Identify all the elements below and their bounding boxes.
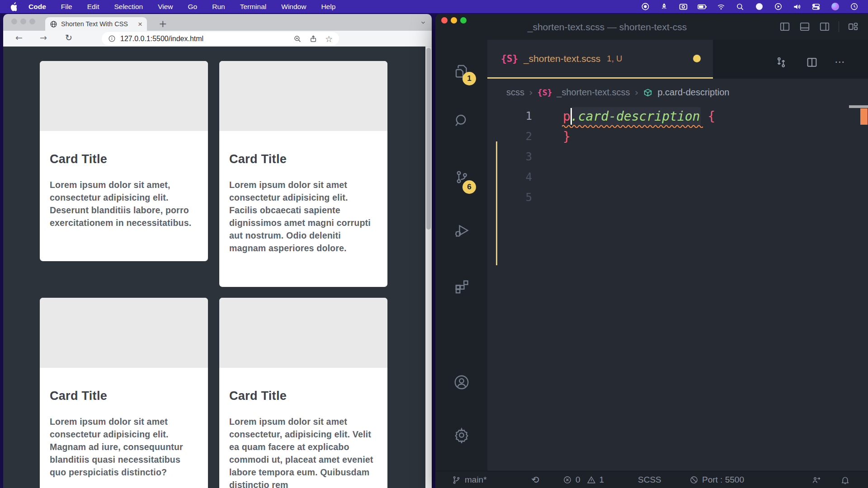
toggle-panel-icon[interactable] bbox=[799, 21, 811, 33]
share-icon[interactable] bbox=[309, 35, 317, 43]
clock-icon[interactable] bbox=[849, 2, 859, 12]
battery-icon[interactable] bbox=[697, 2, 707, 12]
chrome-window: Shorten Text With CSS × + ← → ↻ 127.0.0.… bbox=[3, 14, 432, 488]
menu-help[interactable]: Help bbox=[321, 3, 335, 11]
line-number: 5 bbox=[487, 188, 532, 208]
menu-terminal[interactable]: Terminal bbox=[240, 3, 267, 11]
bookmark-star-icon[interactable]: ☆ bbox=[325, 34, 333, 44]
reload-button[interactable]: ↻ bbox=[63, 33, 75, 42]
vscode-window: _shorten-text.scss — shorten-text-css 1 … bbox=[435, 14, 868, 488]
code-line-2[interactable]: } bbox=[563, 127, 571, 147]
spotlight-icon[interactable] bbox=[735, 2, 745, 12]
chevron-right-icon: › bbox=[529, 87, 533, 98]
scrollbar-thumb[interactable] bbox=[426, 48, 431, 230]
feedback-icon[interactable] bbox=[811, 471, 821, 488]
scrollbar-shadow bbox=[849, 105, 868, 108]
menu-go[interactable]: Go bbox=[188, 3, 198, 11]
card: Card Title Lorem ipsum dolor sit amet co… bbox=[219, 298, 387, 488]
line-number: 2 bbox=[487, 127, 532, 147]
card-description: Lorem ipsum dolor sit amet consectetur, … bbox=[229, 415, 376, 488]
macos-menu-bar: Code File Edit Selection View Go Run Ter… bbox=[0, 0, 868, 13]
sync-icon[interactable]: ⟲ bbox=[531, 471, 539, 488]
back-button[interactable]: ← bbox=[13, 33, 25, 42]
zoom-window-button[interactable] bbox=[29, 19, 35, 24]
breadcrumb-folder[interactable]: scss bbox=[506, 87, 524, 98]
page-scrollbar[interactable] bbox=[425, 47, 432, 488]
port-label: Port : 5500 bbox=[702, 475, 744, 485]
menu-edit[interactable]: Edit bbox=[87, 3, 99, 11]
card-title: Card Title bbox=[50, 152, 196, 166]
language-mode[interactable]: SCSS bbox=[638, 471, 661, 488]
close-tab-icon[interactable]: × bbox=[138, 20, 142, 28]
site-info-icon[interactable] bbox=[108, 35, 116, 42]
card-image-placeholder bbox=[219, 298, 387, 368]
volume-icon[interactable] bbox=[792, 2, 802, 12]
rocket-icon[interactable] bbox=[659, 2, 669, 12]
minimize-window-button[interactable] bbox=[451, 17, 457, 23]
live-server-port-item[interactable]: Port : 5500 bbox=[689, 471, 744, 488]
sidebar-sash-highlight[interactable] bbox=[496, 141, 497, 265]
apple-menu[interactable] bbox=[9, 2, 17, 11]
webpage-content: Card Title Lorem ipsum dolor sit amet, c… bbox=[3, 47, 432, 488]
close-window-button[interactable] bbox=[441, 17, 448, 23]
card-title: Card Title bbox=[229, 389, 376, 403]
record-icon[interactable] bbox=[640, 2, 650, 12]
search-icon[interactable] bbox=[435, 113, 487, 129]
run-debug-icon[interactable] bbox=[435, 222, 487, 239]
extensions-icon[interactable] bbox=[435, 278, 487, 294]
menu-window[interactable]: Window bbox=[281, 3, 306, 11]
menu-items: File Edit Selection View Go Run Terminal… bbox=[61, 3, 336, 11]
line-number: 4 bbox=[487, 167, 532, 188]
close-window-button[interactable] bbox=[11, 19, 17, 24]
split-editor-icon[interactable] bbox=[806, 56, 818, 69]
activity-bar: 1 6 bbox=[435, 40, 487, 471]
do-not-disturb-icon[interactable] bbox=[754, 2, 764, 12]
siri-icon[interactable] bbox=[830, 2, 840, 12]
notifications-bell-icon[interactable] bbox=[840, 471, 850, 488]
zoom-page-icon[interactable] bbox=[293, 35, 302, 43]
card-title: Card Title bbox=[229, 152, 376, 166]
control-center-icon[interactable] bbox=[811, 2, 821, 12]
selector-class-token: .card-description bbox=[571, 109, 700, 124]
url-text[interactable]: 127.0.0.1:5500/index.html bbox=[120, 35, 286, 43]
git-branch-item[interactable]: main* bbox=[452, 471, 487, 488]
menu-file[interactable]: File bbox=[61, 3, 72, 11]
settings-gear-icon[interactable] bbox=[435, 427, 487, 443]
menu-app-name[interactable]: Code bbox=[28, 3, 46, 11]
menu-selection[interactable]: Selection bbox=[114, 3, 143, 11]
accounts-icon[interactable] bbox=[435, 374, 487, 391]
editor-tab[interactable]: {S} _shorten-text.scss 1, U bbox=[487, 40, 713, 77]
code-editor[interactable]: 1 2 3 4 5 p.card-description { } bbox=[487, 106, 868, 471]
playback-icon[interactable] bbox=[773, 2, 783, 12]
menu-run[interactable]: Run bbox=[212, 3, 225, 11]
screen-record-icon[interactable] bbox=[678, 2, 688, 12]
card-image-placeholder bbox=[219, 61, 387, 131]
toggle-secondary-sidebar-icon[interactable] bbox=[819, 21, 830, 33]
browser-tab[interactable]: Shorten Text With CSS × bbox=[45, 17, 147, 31]
forward-button[interactable]: → bbox=[38, 33, 49, 42]
minimize-window-button[interactable] bbox=[20, 19, 26, 24]
explorer-icon[interactable] bbox=[435, 63, 487, 79]
card-image-placeholder bbox=[40, 298, 208, 368]
breadcrumb-file[interactable]: _shorten-text.scss bbox=[557, 87, 630, 98]
source-control-badge: 6 bbox=[462, 180, 476, 194]
source-control-icon[interactable] bbox=[435, 169, 487, 185]
code-line-1[interactable]: p.card-description { bbox=[563, 106, 715, 127]
unsaved-dot-icon[interactable] bbox=[693, 55, 701, 62]
scss-file-icon: {S} bbox=[538, 88, 552, 97]
card-description: Lorem ipsum dolor sit amet consectetur a… bbox=[50, 415, 196, 479]
breadcrumb-symbol[interactable]: p.card-description bbox=[657, 87, 729, 98]
editor-more-actions-icon[interactable]: ⋯ bbox=[835, 56, 845, 68]
editor-tab-bar: {S} _shorten-text.scss 1, U ⋯ bbox=[487, 40, 868, 79]
toggle-sidebar-icon[interactable] bbox=[779, 21, 791, 33]
tab-search-chevron-icon[interactable] bbox=[420, 19, 426, 26]
vscode-traffic-lights bbox=[441, 17, 467, 23]
wifi-icon[interactable] bbox=[716, 2, 726, 12]
new-tab-button[interactable]: + bbox=[159, 18, 167, 29]
zoom-window-button[interactable] bbox=[460, 17, 467, 23]
menu-view[interactable]: View bbox=[158, 3, 173, 11]
open-changes-icon[interactable] bbox=[775, 56, 788, 69]
address-bar[interactable]: 127.0.0.1:5500/index.html ☆ bbox=[102, 32, 339, 45]
customize-layout-icon[interactable] bbox=[847, 21, 859, 33]
problems-item[interactable]: 0 1 bbox=[563, 471, 604, 488]
